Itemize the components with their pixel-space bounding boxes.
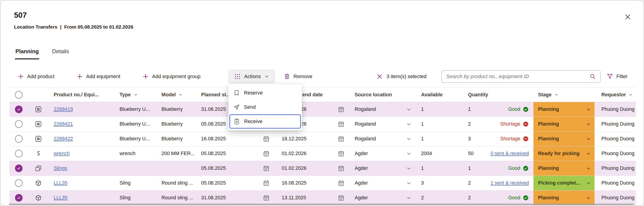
source-location-select[interactable]: Rogaland (352, 132, 418, 146)
remove-button[interactable]: Remove (284, 69, 312, 84)
actions-button[interactable]: Actions (229, 70, 275, 83)
stage-value: Planning (538, 166, 559, 171)
calendar-icon[interactable] (338, 194, 344, 202)
planned-start-cell[interactable]: 05.08.2025 (196, 146, 277, 161)
source-location-select[interactable]: Agder (352, 161, 418, 176)
chevron-down-icon[interactable] (554, 92, 559, 97)
product-link[interactable]: 2268421 (54, 121, 73, 127)
type-cell: Blueberry U... (116, 117, 157, 131)
model-cell: Round sling ... (157, 190, 196, 205)
stage-select[interactable]: Planning (534, 190, 594, 205)
product-link[interactable]: wrench (54, 151, 70, 156)
add-equipment-button[interactable]: Add equipment (76, 69, 120, 84)
blocked-circle-icon (522, 121, 529, 127)
row-checkbox[interactable] (15, 106, 22, 113)
calendar-icon[interactable] (263, 150, 270, 157)
tab-details[interactable]: Details (52, 47, 69, 60)
sent-received-link[interactable]: 0 sent & received (490, 151, 529, 156)
available-cell: 2 (418, 190, 464, 205)
calendar-icon[interactable] (338, 106, 344, 113)
planned-start-value: 05.08.2025 (201, 180, 226, 186)
chevron-down-icon[interactable] (133, 92, 138, 97)
source-location-value: Rogaland (355, 136, 376, 142)
planned-end-cell[interactable]: 01.02.2026 (277, 161, 352, 176)
clear-selection-button[interactable]: 3 item(s) selected (376, 69, 426, 84)
product-link[interactable]: Slings (54, 166, 67, 171)
header-type[interactable]: Type (116, 88, 157, 102)
stage-select[interactable]: Ready for picking (534, 146, 594, 161)
calendar-icon[interactable] (263, 180, 270, 187)
stage-value: Planning (538, 106, 559, 112)
filter-button[interactable]: Filter (606, 69, 628, 84)
row-checkbox[interactable] (15, 179, 22, 187)
menu-item-send[interactable]: Send (228, 100, 302, 114)
quantity-value: 1 (468, 166, 471, 171)
row-checkbox[interactable] (15, 120, 22, 128)
hash-box-icon (35, 120, 42, 128)
header-stage[interactable]: Stage (534, 88, 594, 102)
horizontal-scrollbar[interactable] (9, 204, 634, 205)
header-source-location[interactable]: Source location (352, 88, 418, 102)
calendar-icon[interactable] (338, 136, 344, 142)
calendar-icon[interactable] (338, 150, 344, 157)
type-cell (116, 161, 157, 176)
stage-select[interactable]: Picking complet... (534, 176, 594, 190)
row-checkbox[interactable] (15, 135, 22, 143)
select-all-checkbox[interactable] (15, 91, 22, 98)
product-link[interactable]: LLL35 (54, 195, 68, 201)
chevron-down-icon[interactable] (178, 92, 183, 97)
menu-item-reserve[interactable]: Reserve (228, 86, 302, 100)
source-location-select[interactable]: Agder (352, 176, 418, 190)
header-quantity[interactable]: Quantity (464, 88, 534, 102)
search-icon[interactable] (590, 73, 596, 80)
add-product-button[interactable]: Add product (17, 69, 54, 84)
planned-start-cell[interactable]: 05.08.2025 (196, 161, 277, 176)
row-checkbox[interactable] (15, 150, 22, 158)
stage-select[interactable]: Planning (534, 161, 594, 176)
menu-item-receive[interactable]: Receive (230, 114, 301, 128)
planned-start-value: 31.08.2025 (201, 106, 226, 112)
product-link[interactable]: 2268422 (54, 136, 73, 142)
stage-select[interactable]: Planning (534, 117, 594, 131)
add-equipment-group-button[interactable]: Add equipment group (142, 69, 200, 84)
calendar-icon[interactable] (263, 136, 270, 142)
search-input[interactable] (442, 70, 600, 83)
planned-end-cell[interactable]: 13.11.2025 (277, 190, 352, 205)
product-link[interactable]: 2268419 (54, 106, 73, 112)
status-good: Good (508, 195, 529, 201)
stage-select[interactable]: Planning (534, 102, 594, 116)
calendar-icon[interactable] (263, 194, 270, 202)
menu-item-label: Receive (244, 118, 262, 124)
requestor-cell: Phuong Duong (594, 176, 636, 190)
planned-end-cell[interactable]: 01.02.2026 (277, 146, 352, 161)
header-product[interactable]: Product no./ Equi... (48, 88, 116, 102)
planned-end-cell[interactable]: 18.12.2025 (277, 132, 352, 146)
planned-start-cell[interactable]: 16.08.2025 (196, 132, 277, 146)
type-cell: Sling (116, 176, 157, 190)
product-link[interactable]: LLL35 (54, 180, 68, 186)
chevron-down-icon (586, 166, 591, 171)
chevron-down-icon[interactable] (628, 92, 633, 97)
calendar-icon[interactable] (263, 165, 270, 172)
calendar-icon[interactable] (338, 165, 344, 172)
stage-select[interactable]: Planning (534, 132, 594, 146)
close-button[interactable] (622, 12, 633, 22)
calendar-icon[interactable] (338, 180, 344, 187)
source-location-select[interactable]: Rogaland (352, 102, 418, 116)
header-available[interactable]: Available (418, 88, 464, 102)
source-location-select[interactable]: Rogaland (352, 117, 418, 131)
header-requestor[interactable]: Requestor (594, 88, 636, 102)
check-icon (16, 196, 21, 200)
planned-end-cell[interactable]: 16.08.2025 (277, 176, 352, 190)
calendar-icon[interactable] (338, 121, 344, 128)
source-location-select[interactable]: Agder (352, 146, 418, 161)
source-location-select[interactable]: Agder (352, 190, 418, 205)
row-checkbox[interactable] (15, 164, 22, 172)
header-model[interactable]: Model (157, 88, 196, 102)
tab-planning[interactable]: Planning (15, 47, 39, 60)
planned-start-cell[interactable]: 05.08.2025 (196, 176, 277, 190)
sent-received-link[interactable]: 1 sent & received (490, 180, 529, 186)
planned-start-cell[interactable]: 31.08.2025 (196, 190, 277, 205)
model-cell: Round sling ... (157, 176, 196, 190)
row-checkbox[interactable] (15, 194, 22, 202)
